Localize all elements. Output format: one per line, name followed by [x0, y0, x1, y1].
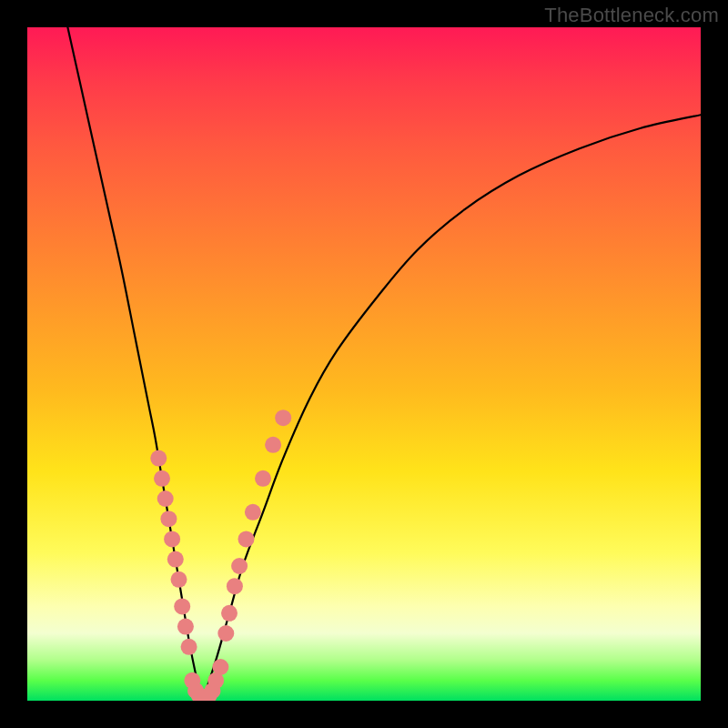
marker-dot	[265, 437, 281, 453]
curve-layer	[27, 27, 701, 701]
outer-frame: TheBottleneck.com	[0, 0, 728, 728]
marker-dot	[245, 504, 261, 521]
markers-left-cluster	[150, 450, 197, 655]
marker-dot	[231, 558, 248, 574]
markers-right-cluster	[217, 410, 291, 642]
marker-dot	[167, 551, 184, 568]
watermark-text: TheBottleneck.com	[544, 4, 719, 27]
marker-dot	[160, 511, 177, 527]
marker-dot	[150, 450, 167, 467]
series-curve-right	[202, 115, 701, 701]
markers-bottom-cluster	[184, 659, 228, 701]
marker-dot	[212, 659, 228, 675]
marker-dot	[181, 639, 197, 655]
marker-dot	[221, 605, 238, 622]
plot-area	[27, 27, 701, 701]
marker-dot	[164, 531, 180, 547]
marker-dot	[217, 625, 234, 642]
marker-dot	[238, 531, 255, 547]
marker-dot	[255, 470, 271, 487]
marker-dot	[227, 578, 243, 594]
marker-dot	[174, 598, 190, 614]
marker-dot	[177, 619, 194, 635]
marker-dot	[157, 490, 174, 507]
marker-dot	[275, 410, 291, 426]
marker-dot	[154, 470, 170, 487]
marker-dot	[171, 571, 187, 588]
